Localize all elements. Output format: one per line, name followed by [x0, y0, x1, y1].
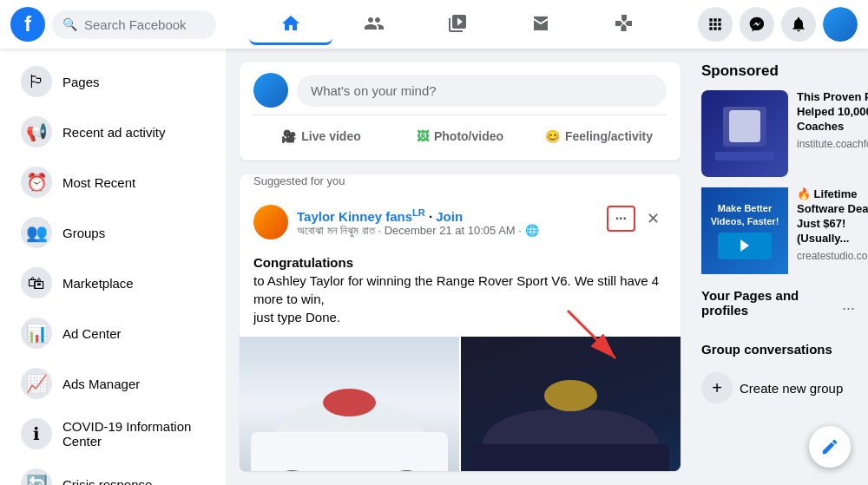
nav-gaming-button[interactable]: [582, 3, 666, 45]
close-post-button[interactable]: ✕: [639, 205, 667, 233]
author-name-text[interactable]: Taylor Kinney fans: [297, 209, 412, 224]
sidebar-label-covid: COVID-19 Information Center: [62, 419, 205, 449]
feeling-button[interactable]: 😊 Feeling/activity: [531, 122, 667, 150]
post-action-buttons: ··· ✕: [607, 205, 667, 233]
sidebar-item-ad-center[interactable]: 📊 Ad Center: [7, 309, 219, 357]
post-image-main[interactable]: [240, 337, 459, 471]
post-meta: অবোঝা মন নিঝুম রাত · December 21 at 10:0…: [297, 224, 539, 238]
sponsored-section: Sponsored This Proven Process has Helped…: [701, 62, 861, 274]
ad-info-1: This Proven Process has Helped 10,000+ o…: [797, 90, 868, 177]
post-author-info: Taylor Kinney fansLR · Join অবোঝা মন নিঝ…: [297, 207, 539, 238]
search-bar[interactable]: 🔍: [52, 10, 216, 39]
more-icon: ···: [615, 211, 627, 226]
close-icon: ✕: [647, 209, 660, 228]
ad-domain-1: institute.coachfoundation.com: [797, 138, 868, 150]
sidebar-label-recent-ad: Recent ad activity: [62, 125, 165, 140]
your-pages-title: Your Pages and profiles: [701, 288, 836, 318]
sponsored-title: Sponsored: [701, 62, 861, 80]
sidebar-label-ad-center: Ad Center: [62, 326, 122, 341]
ad-item-2[interactable]: Make BetterVideos, Faster! 🔥 Lifetime So…: [701, 187, 861, 274]
post-avatar: [253, 205, 288, 239]
news-feed: What's on your mind? 🎥 Live video 🖼 Phot…: [226, 49, 694, 485]
sidebar-item-groups[interactable]: 👥 Groups: [7, 208, 219, 257]
sidebar-item-recent-ad[interactable]: 📢 Recent ad activity: [7, 108, 219, 156]
more-options-box[interactable]: ···: [607, 206, 635, 232]
pages-more-button[interactable]: ···: [836, 294, 861, 322]
covid-icon: ℹ: [21, 418, 52, 449]
sidebar-label-groups: Groups: [62, 226, 105, 240]
plus-icon: +: [701, 372, 733, 403]
create-group-button[interactable]: + Create new group: [701, 367, 861, 409]
messenger-button[interactable]: [740, 7, 774, 42]
sidebar-label-crisis: Crisis response: [62, 477, 152, 486]
user-avatar[interactable]: [823, 7, 858, 42]
sidebar-item-covid[interactable]: ℹ COVID-19 Information Center: [7, 410, 219, 458]
ad-info-2: 🔥 Lifetime Software Deal Just $67! (Usua…: [797, 187, 868, 274]
sidebar-item-most-recent[interactable]: ⏰ Most Recent: [7, 158, 219, 206]
create-group-label: Create new group: [740, 381, 843, 396]
sidebar-item-marketplace[interactable]: 🛍 Marketplace: [7, 259, 219, 307]
post-author-name: Taylor Kinney fansLR · Join: [297, 207, 539, 224]
post-images-grid: [240, 337, 681, 471]
nav-right-icons: [687, 7, 868, 42]
live-video-icon: 🎥: [281, 129, 296, 143]
sidebar-item-crisis[interactable]: 🔄 Crisis response: [7, 460, 219, 485]
sidebar-item-pages[interactable]: 🏳 Pages: [7, 57, 219, 106]
photo-video-label: Photo/video: [434, 129, 503, 143]
search-icon: 🔍: [62, 17, 77, 31]
marketplace-icon: 🛍: [21, 267, 52, 298]
post-text-line1: Congratulations: [253, 253, 667, 272]
edit-float-button[interactable]: [809, 426, 851, 468]
ad-item-1[interactable]: This Proven Process has Helped 10,000+ o…: [701, 90, 861, 177]
top-navigation: f 🔍: [0, 0, 868, 49]
sidebar-label-pages: Pages: [62, 75, 100, 89]
whats-on-mind-input[interactable]: What's on your mind?: [297, 75, 667, 107]
feeling-icon: 😊: [545, 129, 560, 143]
pages-section: Your Pages and profiles ···: [701, 288, 861, 328]
nav-watch-button[interactable]: [416, 3, 499, 45]
sidebar-label-ads-manager: Ads Manager: [62, 377, 140, 391]
recent-ad-icon: 📢: [21, 116, 52, 147]
pages-header: Your Pages and profiles ···: [701, 288, 861, 328]
ad-center-icon: 📊: [21, 318, 52, 349]
notifications-button[interactable]: [781, 7, 816, 42]
join-button[interactable]: Join: [436, 209, 463, 224]
user-avatar-small: [253, 73, 288, 108]
pages-icon: 🏳: [21, 66, 52, 97]
group-conversations-section: Group conversations + Create new group: [701, 342, 861, 409]
photo-video-icon: 🖼: [417, 129, 429, 143]
nav-left: f 🔍: [0, 7, 227, 42]
nav-marketplace-button[interactable]: [499, 3, 582, 45]
create-post-actions: 🎥 Live video 🖼 Photo/video 😊 Feeling/act…: [253, 115, 667, 150]
right-panel: Sponsored This Proven Process has Helped…: [694, 49, 868, 485]
main-layout: 🏳 Pages 📢 Recent ad activity ⏰ Most Rece…: [0, 49, 868, 485]
nav-friends-button[interactable]: [332, 3, 416, 45]
suggested-label: Suggested for you: [240, 174, 681, 194]
sidebar-label-most-recent: Most Recent: [62, 175, 135, 190]
nav-center-icons: [227, 3, 687, 45]
live-video-button[interactable]: 🎥 Live video: [253, 122, 389, 150]
sidebar: 🏳 Pages 📢 Recent ad activity ⏰ Most Rece…: [0, 49, 226, 485]
create-post-box: What's on your mind? 🎥 Live video 🖼 Phot…: [240, 62, 681, 161]
ad-image-2: Make BetterVideos, Faster!: [701, 187, 788, 274]
ad-domain-2: createstudio.com: [797, 250, 868, 262]
author-suffix: LR: [412, 207, 425, 218]
apps-button[interactable]: [698, 7, 733, 42]
post-text: Congratulations to Ashley Taylor for win…: [240, 250, 681, 337]
post-author: Taylor Kinney fansLR · Join অবোঝা মন নিঝ…: [253, 205, 539, 239]
ad-title-1: This Proven Process has Helped 10,000+ o…: [797, 90, 868, 134]
post-header: Taylor Kinney fansLR · Join অবোঝা মন নিঝ…: [240, 194, 681, 250]
nav-home-button[interactable]: [249, 3, 332, 45]
post-images-wrapper: [240, 337, 681, 471]
ads-manager-icon: 📈: [21, 368, 52, 399]
facebook-logo[interactable]: f: [10, 7, 45, 42]
sidebar-item-ads-manager[interactable]: 📈 Ads Manager: [7, 359, 219, 408]
crisis-icon: 🔄: [21, 469, 52, 485]
post-image-dark-car[interactable]: [461, 337, 681, 471]
search-input[interactable]: [84, 17, 206, 32]
photo-video-button[interactable]: 🖼 Photo/video: [392, 122, 528, 150]
post-card: Suggested for you Taylor Kinney fansLR ·…: [240, 174, 681, 471]
group-conv-title: Group conversations: [701, 342, 861, 357]
post-text-line3: just type Done.: [253, 308, 667, 326]
most-recent-icon: ⏰: [21, 167, 52, 198]
